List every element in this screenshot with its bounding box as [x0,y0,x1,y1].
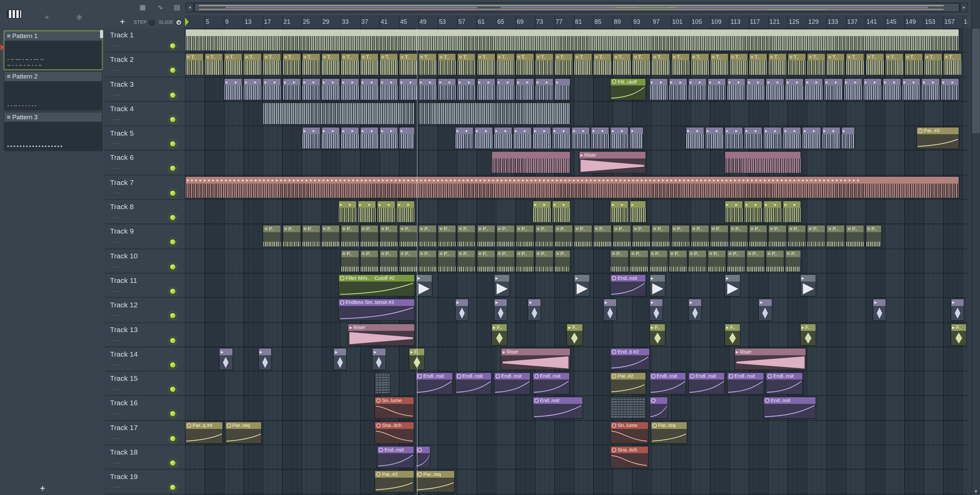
playlist-grid[interactable]: ≡ T..≡ T..≡ T..≡ T..≡ T..≡ T..≡ T..≡ T..… [185,28,968,495]
clip-f[interactable]: ▸ F.. [649,323,665,346]
clip-p[interactable]: ≡ P.. [768,225,787,248]
clip[interactable]: ▸ [554,78,571,100]
clip-p[interactable]: ≡ P.. [399,249,417,272]
mute-led[interactable] [169,92,176,98]
clip-riser[interactable]: ▸ Riser [348,323,415,346]
clip[interactable]: ▸▸▸▸▸▸▸▸▸▸▸▸▸▸▸▸▸▸▸▸▸▸▸▸▸▸▸▸▸▸▸▸▸▸▸▸▸▸▸▸… [185,176,959,198]
clip-p[interactable]: ≡ P.. [457,225,476,248]
lane-9[interactable]: ≡ P..≡ P..≡ P..≡ P..≡ P..≡ P..≡ P..≡ P..… [185,224,968,249]
clip-p[interactable]: ≡ P.. [554,249,571,272]
clip[interactable] [185,29,959,51]
mute-led[interactable] [169,288,176,295]
clip-p[interactable]: ≡ P.. [418,225,437,248]
mute-led[interactable] [169,190,176,197]
clip-p[interactable]: ≡ P.. [418,249,437,272]
clip-endlnsit[interactable]: Endl..nsit [416,372,453,395]
clip[interactable]: ▸▸ [496,78,515,100]
clip[interactable]: ▸▸ [763,201,782,223]
clip[interactable]: ▸ [950,298,964,321]
clip[interactable]: ▸▸ [282,78,301,100]
clip[interactable]: ▸ [649,274,665,297]
clip[interactable]: ▸▸ [708,78,726,100]
clip-p[interactable]: ≡ P.. [438,249,456,272]
clip[interactable]: ▸▸ [301,78,320,100]
clip-p[interactable]: ≡ P.. [785,249,801,272]
clip-filtutoff[interactable]: Filt..utoff [610,78,646,100]
clip-p[interactable]: ≡ P.. [690,225,709,248]
clip-endlnsit[interactable]: Endl..nsit [727,372,764,395]
track-header-7[interactable]: Track 7... [105,175,185,200]
clip[interactable]: ▸▸ [649,78,668,100]
track-header-14[interactable]: Track 14... [105,347,185,371]
clip-t[interactable]: ≡ T.. [749,53,767,76]
clip-endlnsit[interactable]: Endl..nsit [533,372,570,395]
clip-t[interactable]: ≡ T.. [671,53,690,76]
clip-p[interactable]: ≡ P.. [610,249,629,272]
clip-snlume[interactable]: Sn..lume [610,421,648,444]
clip[interactable]: ▸▸ [591,127,609,149]
lane-18[interactable]: End..nsitSna..itch [185,445,968,470]
clip[interactable]: ▸ [630,201,646,223]
pattern-item-2[interactable]: ≡ Pattern 2▪ ▪ ▪▪ ▪ ▪ ▪ ▪ ▪ ▪ [4,71,102,111]
clip[interactable]: ▸▸ [379,127,398,149]
clip[interactable]: ▸▸ [493,127,512,149]
vertical-scrollbar-thumb[interactable] [972,29,979,133]
clip-p[interactable]: ≡ P.. [727,249,746,272]
clip[interactable]: ▸▸ [515,78,534,100]
clip-p[interactable]: ≡ P.. [554,225,573,248]
lane-4[interactable] [185,102,968,126]
clip-t[interactable]: ≡ T.. [807,53,826,76]
slide-toggle[interactable] [176,19,182,25]
clip[interactable]: ▸ [872,298,886,321]
track-header-18[interactable]: Track 18... [105,445,185,470]
clip-p[interactable]: ≡ P.. [496,225,515,248]
spline-icon[interactable]: ∿ [158,3,163,11]
clip-p[interactable]: ≡ P.. [340,249,360,272]
clip[interactable] [724,151,802,174]
plugin-icon[interactable]: ✦ [44,13,50,22]
clip-p[interactable]: ≡ P.. [301,225,320,248]
clip[interactable]: ▸ [455,298,469,321]
scroll-down-icon[interactable]: ▾ [972,488,980,494]
clip[interactable]: ▸ [372,348,386,370]
clip[interactable]: ▸▸ [377,201,396,223]
pattern-play-marker[interactable] [1,44,5,50]
clip[interactable]: ▸ [399,127,415,149]
clip[interactable]: ▸▸ [396,201,415,223]
clip-t[interactable]: ≡ T.. [652,53,670,76]
clip[interactable]: ▸▸ [940,78,959,100]
mute-led[interactable] [169,239,176,246]
clip-t[interactable]: ≡ T.. [554,53,573,76]
clip[interactable]: ▸ [574,274,590,297]
track-header-10[interactable]: Track 10... [105,249,185,273]
clip-f[interactable]: ▸ F.. [724,323,741,346]
track-header-1[interactable]: Track 1... [105,28,185,53]
slice-icon[interactable]: ▤ [174,3,180,11]
clip-p[interactable]: ≡ P.. [710,225,729,248]
clip-p[interactable]: ≡ P.. [630,249,648,272]
clip[interactable]: ▸ [841,127,855,149]
clip-p[interactable]: ≡ P.. [632,225,651,248]
clip-p[interactable]: ≡ P.. [379,225,398,248]
mute-led[interactable] [169,460,176,466]
clip-t[interactable]: ≡ T.. [768,53,787,76]
clip[interactable]: ▸▸ [669,78,687,100]
clip-p[interactable]: ≡ P.. [496,249,515,272]
clip[interactable]: ▸▸ [360,78,379,100]
clip-t[interactable]: ≡ T.. [282,53,301,76]
clip-endlnsit[interactable]: Endl..nsit [493,372,531,395]
track-header-19[interactable]: Track 19... [105,470,185,494]
clip-endlnsit[interactable]: Endl..nsit [765,372,803,395]
clip[interactable]: ▸▸ [610,201,629,223]
clip-f[interactable]: ▸ F.. [950,323,967,346]
clip-t[interactable]: ≡ T.. [885,53,904,76]
clip-riser[interactable]: ▸ Riser [734,348,806,370]
clip[interactable]: ▸▸ [263,78,282,100]
clip-p[interactable]: ≡ P.. [515,225,534,248]
clip[interactable]: ▸▸ [783,201,801,223]
clip-endlesssmtensit#3[interactable]: Endless Sm..tensit #3 [338,298,415,321]
mute-led[interactable] [169,362,176,368]
clip-t[interactable]: ≡ T.. [593,53,612,76]
clip-t[interactable]: ≡ T.. [340,53,360,76]
track-header-6[interactable]: Track 6... [105,151,185,175]
